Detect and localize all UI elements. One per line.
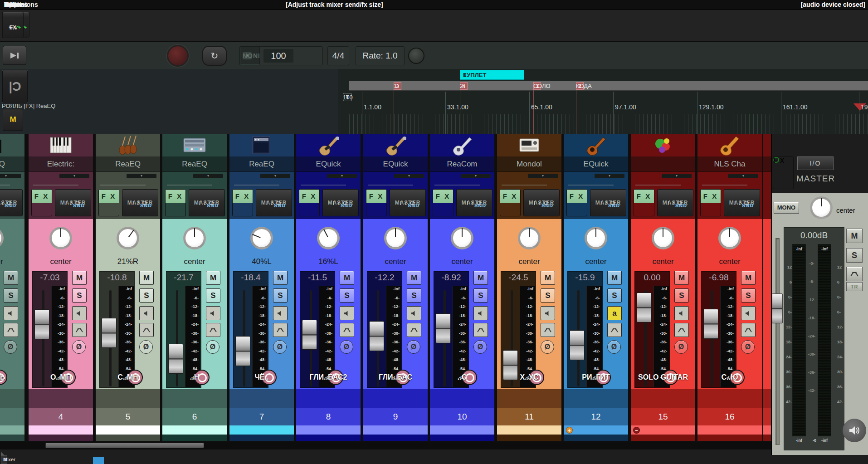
fx-enable-button[interactable]: F X [634, 189, 654, 216]
io-routing-button[interactable]: MASTERRCV SNDI / O [189, 189, 225, 216]
monitor-button[interactable] [139, 306, 154, 320]
phase-button[interactable]: Ø [407, 340, 420, 354]
io-routing-button[interactable]: MASTERRCV SNDI / O [256, 189, 292, 216]
envelope-button[interactable] [340, 323, 354, 337]
monitor-button[interactable] [407, 306, 421, 320]
remove-badge-icon[interactable]: − [633, 427, 640, 434]
mute-button[interactable]: M [72, 271, 87, 285]
fx-slot[interactable]: ReaEQ [229, 156, 294, 172]
fx-slot[interactable]: NLS Cha [697, 156, 762, 172]
fx-enable-button[interactable]: F X [232, 189, 253, 216]
phase-button[interactable]: Ø [72, 340, 86, 354]
fx-slot[interactable]: Electric: [29, 156, 93, 172]
pan-knob[interactable] [585, 227, 607, 249]
monitor-button[interactable] [541, 306, 555, 320]
volume-fader[interactable] [369, 321, 384, 351]
pan-knob[interactable] [652, 227, 674, 249]
track-number[interactable]: 10 [430, 408, 494, 425]
track-number[interactable]: 7 [229, 408, 294, 425]
mute-button[interactable]: M [741, 271, 756, 285]
pan-knob[interactable] [451, 227, 473, 249]
io-routing-button[interactable]: MASTERRCV SNDI / O [122, 189, 158, 216]
pan-knob[interactable] [49, 227, 72, 249]
volume-value[interactable]: -11.5 [300, 273, 335, 283]
fx-dropdown-icon[interactable]: ▾ [728, 174, 758, 178]
fx-dropdown-icon[interactable]: ▾ [127, 174, 156, 178]
track-number[interactable] [0, 408, 24, 425]
volume-value[interactable]: -15.9 [567, 273, 603, 283]
io-routing-button[interactable]: MASTERRCV SNDI / O [523, 189, 560, 216]
solo-button[interactable]: S [407, 288, 421, 303]
region-label[interactable]: 1КУПЛЕТ [460, 70, 524, 80]
fx-slot[interactable]: EQuick [296, 156, 361, 172]
solo-button[interactable]: S [607, 288, 622, 303]
volume-value[interactable]: -12.2 [367, 273, 402, 283]
scrollbar-thumb[interactable] [45, 443, 204, 448]
volume-value[interactable]: -18.4 [233, 273, 268, 283]
bpm-value[interactable]: 100 [263, 49, 293, 63]
fx-enable-button[interactable]: F X [566, 189, 587, 216]
envelope-button[interactable] [206, 323, 220, 337]
envelope-button[interactable] [541, 323, 555, 337]
master-volume-value[interactable]: 0.00dB [784, 230, 844, 240]
playrate-box[interactable]: Rate: 1.0 [356, 46, 405, 65]
track-number[interactable]: 9 [363, 408, 428, 425]
fx-dropdown-icon[interactable]: ▾ [59, 174, 89, 178]
volume-fader[interactable] [235, 336, 250, 366]
mute-button[interactable]: M [340, 271, 354, 285]
pan-knob[interactable] [183, 227, 206, 249]
pan-knob[interactable] [117, 227, 139, 249]
envelope-button[interactable] [139, 323, 154, 337]
track-number[interactable]: 12 [564, 408, 628, 425]
io-routing-button[interactable]: MASTERRCV SNDI / O [590, 189, 626, 216]
monitor-button[interactable] [473, 306, 488, 320]
go-end-button[interactable] [3, 46, 26, 65]
fx-slot[interactable]: ReaEQ [162, 156, 227, 172]
envelope-button[interactable] [273, 323, 288, 337]
solo-button[interactable]: S [741, 288, 756, 303]
fx-dropdown-icon[interactable]: ▾ [595, 174, 624, 178]
volume-value[interactable]: -21.7 [166, 273, 201, 283]
mixer-scrollbar[interactable] [0, 441, 868, 449]
volume-fader[interactable] [302, 320, 317, 350]
solo-button[interactable]: S [4, 288, 18, 303]
fx-enable-button[interactable]: F X [98, 189, 119, 216]
mixer-dock-tab[interactable]: ⊠ Mixer [1, 455, 7, 464]
fx-offline-all-button[interactable]: FX↷∿∿ [2, 12, 24, 38]
fx-slot[interactable]: ReaCom [430, 156, 494, 172]
io-routing-button[interactable]: MASTERRCV SNDI / O [322, 189, 359, 216]
solo-button[interactable]: S [139, 288, 154, 303]
mute-button[interactable]: M [273, 271, 288, 285]
io-routing-button[interactable]: MASTERRCV SNDI / O [456, 189, 493, 216]
volume-value[interactable]: -10.8 [99, 273, 135, 283]
record-button[interactable] [167, 45, 189, 67]
envelope-button[interactable] [407, 323, 421, 337]
mute-button[interactable]: M [139, 271, 154, 285]
envelope-button[interactable] [607, 323, 622, 337]
envelope-button[interactable] [674, 323, 689, 337]
fx-enable-button[interactable]: F X [433, 189, 454, 216]
volume-value[interactable]: -24.5 [501, 273, 536, 283]
fx-slot[interactable]: ReaEQ [96, 156, 160, 172]
fx-enable-button[interactable]: F X [500, 189, 521, 216]
io-routing-button[interactable]: MASTERRCV SNDI / O [0, 189, 23, 216]
fx-enable-button[interactable]: F X [31, 189, 52, 216]
monitor-button[interactable] [206, 306, 220, 320]
timeline-ruler[interactable]: 31421СОЛО2КОДА1КУПЛЕТT1001.1.0033.1.0065… [338, 69, 868, 134]
volume-fader[interactable] [168, 344, 183, 374]
phase-button[interactable]: Ø [273, 340, 287, 354]
phase-button[interactable]: Ø [473, 340, 487, 354]
fx-dropdown-icon[interactable]: ▾ [260, 174, 290, 178]
phase-button[interactable]: Ø [206, 340, 219, 354]
phase-button[interactable]: Ø [340, 340, 353, 354]
volume-fader[interactable] [436, 313, 451, 343]
phase-button[interactable]: Ø [607, 340, 621, 354]
fx-enable-button[interactable]: F X [366, 189, 387, 216]
time-signature[interactable]: 4/4 [327, 46, 349, 65]
mute-button[interactable]: M [473, 271, 488, 285]
pan-knob[interactable] [518, 227, 541, 249]
track-number[interactable]: 5 [96, 408, 160, 425]
volume-fader[interactable] [703, 309, 718, 339]
solo-button[interactable]: S [72, 288, 87, 303]
fx-dropdown-icon[interactable]: ▾ [193, 174, 223, 178]
